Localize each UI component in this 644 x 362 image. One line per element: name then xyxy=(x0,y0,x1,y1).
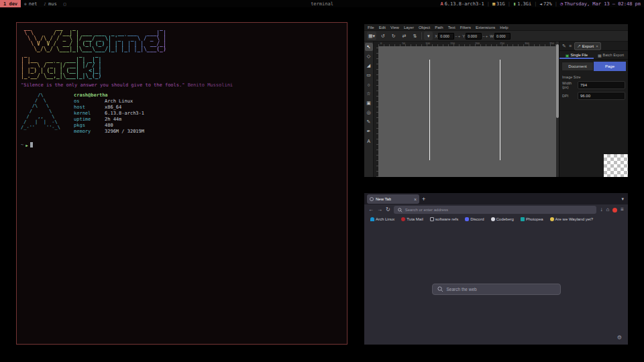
back-button[interactable]: ← xyxy=(368,207,374,213)
bookmark-are-we-wayland-yet[interactable]: Are we Wayland yet? xyxy=(550,217,593,221)
tab-single-file[interactable]: ▣ Single File xyxy=(559,51,594,59)
node-tool[interactable]: ◇ xyxy=(365,52,373,60)
vertical-ruler xyxy=(374,46,378,177)
status-modules: A 6.13.8-arch3-1 | ▦ 31G | ▮ 1.3Gi | ◄ 7… xyxy=(440,1,644,7)
workspace-net[interactable]: ⊕ net xyxy=(21,0,40,7)
rotate-cw-icon[interactable]: ↻ xyxy=(389,32,398,40)
x-plus-stepper[interactable]: + xyxy=(458,34,461,38)
menu-text[interactable]: Text xyxy=(448,25,455,29)
menu-help[interactable]: Help xyxy=(500,25,508,29)
width-field: W 0.000 xyxy=(490,33,511,40)
close-icon[interactable]: × xyxy=(596,44,598,48)
bookmark-folder-software-refs[interactable]: software refs xyxy=(430,217,458,221)
bookmark-codeberg[interactable]: Codeberg xyxy=(491,217,514,221)
y-input[interactable]: 0.000 xyxy=(466,33,482,40)
quote-line: "Silence is the only answer you should g… xyxy=(21,82,343,88)
fetch-key: memory xyxy=(74,129,105,135)
menu-path[interactable]: Path xyxy=(435,25,443,29)
dpi-input[interactable]: 96.00 xyxy=(578,92,625,100)
inkscape-menubar: File Edit View Layer Object Path Text Fi… xyxy=(364,24,628,30)
export-icon: ↗ xyxy=(577,44,581,49)
rectangle-tool[interactable]: ▭ xyxy=(365,71,373,79)
box3d-tool[interactable]: ▣ xyxy=(365,99,373,107)
home-icon[interactable]: ⌂ xyxy=(606,207,609,213)
ascii-banner-back: _ _ _ | |__ __ _ ___| | _| | | '_ \ / _`… xyxy=(21,52,166,79)
volume-icon: ◄ xyxy=(539,1,542,6)
scrollbar-thumb[interactable] xyxy=(556,44,559,118)
web-search-input[interactable]: Search the web xyxy=(432,284,561,295)
workspace-mus[interactable]: ♪ mus xyxy=(40,0,60,7)
y-minus-stepper[interactable]: − xyxy=(482,34,485,38)
selection-mode-dropdown[interactable]: ▦▾ xyxy=(367,32,376,40)
spiral-tool[interactable]: ◎ xyxy=(365,109,373,117)
ellipse-tool[interactable]: ○ xyxy=(365,80,373,88)
page-mode-button[interactable]: Page xyxy=(594,62,626,71)
url-bar[interactable]: Search or enter address xyxy=(394,206,597,214)
workspace-dev[interactable]: 1 dev xyxy=(0,0,21,7)
shape-builder-tool[interactable]: ◢ xyxy=(365,62,373,70)
menu-icon[interactable]: ≡ xyxy=(621,207,624,213)
menu-layer[interactable]: Layer xyxy=(404,25,414,29)
pencil-tool[interactable]: ✎ xyxy=(365,118,373,126)
window-icon: □ xyxy=(64,1,66,6)
tab-close-icon[interactable]: × xyxy=(414,197,417,202)
menu-object[interactable]: Object xyxy=(419,25,430,29)
wayland-favicon-icon xyxy=(550,217,554,221)
bookmark-label: Arch Linux xyxy=(376,217,394,221)
w-input[interactable]: 0.000 xyxy=(494,33,511,40)
menu-view[interactable]: View xyxy=(390,25,399,29)
selector-tool[interactable]: ↖ xyxy=(365,43,373,51)
rotate-ccw-icon[interactable]: ↺ xyxy=(378,32,387,40)
canvas-scrollbar[interactable] xyxy=(556,42,559,177)
downloads-icon[interactable]: ↓ xyxy=(600,207,602,213)
ruler-label: 0 xyxy=(380,42,382,45)
y-coordinate-field: Y 0.000 − + xyxy=(462,33,488,40)
star-tool[interactable]: ☆ xyxy=(365,90,373,98)
export-tab-label: Export xyxy=(582,44,594,48)
export-dialog-tab[interactable]: ↗ Export × xyxy=(574,42,601,50)
bookmark-tuta-mail[interactable]: Tuta Mail xyxy=(401,217,423,221)
extension-icon[interactable] xyxy=(612,208,617,213)
personalize-gear-icon[interactable]: ⚙ xyxy=(617,335,622,341)
workspace-4[interactable]: □ xyxy=(60,0,70,7)
terminal-window[interactable]: __ __ _ _ \ \ / /__| | ___ ___ _ __ ___ … xyxy=(16,22,347,345)
reload-button[interactable]: ↻ xyxy=(386,207,390,213)
quote-author: Benito Mussolini xyxy=(188,82,233,88)
y-plus-stepper[interactable]: + xyxy=(486,34,488,38)
list-all-tabs-icon[interactable]: ▾ xyxy=(621,196,625,202)
menu-file[interactable]: File xyxy=(368,25,374,29)
document-mode-button[interactable]: Document xyxy=(561,62,594,71)
flip-horizontal-icon[interactable]: ⇄ xyxy=(400,32,409,40)
inkscape-canvas[interactable] xyxy=(378,46,556,177)
photopea-favicon-icon xyxy=(521,217,525,221)
width-px-input[interactable]: 794 xyxy=(578,81,625,89)
x-input[interactable]: 0.000 xyxy=(438,33,454,40)
bookmark-photopea[interactable]: Photopea xyxy=(521,217,543,221)
tab-batch-export[interactable]: ▦ Batch Export xyxy=(594,51,628,59)
align-dropdown[interactable]: ▾ xyxy=(424,32,433,40)
new-tab-button[interactable]: + xyxy=(422,196,425,202)
menu-filters[interactable]: Filters xyxy=(460,25,471,29)
flip-vertical-icon[interactable]: ⇅ xyxy=(411,32,419,40)
bookmark-arch-linux[interactable]: Arch Linux xyxy=(370,217,394,221)
separator: | xyxy=(508,1,511,7)
shell-prompt[interactable]: ~ ▶ xyxy=(21,142,343,147)
pencil-dialog-icon[interactable]: ✎ xyxy=(562,44,566,49)
music-icon: ♪ xyxy=(44,1,46,6)
layers-dialog-icon[interactable]: ≡ xyxy=(569,44,572,48)
forward-button[interactable]: → xyxy=(377,207,382,213)
x-minus-stepper[interactable]: − xyxy=(455,34,458,38)
menu-extensions[interactable]: Extensions xyxy=(476,25,495,29)
toolbar-separator xyxy=(421,32,422,40)
calligraphy-tool[interactable]: ✒ xyxy=(365,127,373,135)
quote-text: "Silence is the only answer you should g… xyxy=(21,82,184,88)
menu-edit[interactable]: Edit xyxy=(379,25,386,29)
url-bar-placeholder: Search or enter address xyxy=(405,208,448,212)
tab-new-tab[interactable]: New Tab × xyxy=(367,194,419,204)
web-search-placeholder: Search the web xyxy=(447,287,477,292)
fetch-row-uptime: uptime2h 44m xyxy=(74,117,144,123)
bookmark-discord[interactable]: Discord xyxy=(465,217,484,221)
inkscape-toolbox: ↖ ◇ ◢ ▭ ○ ☆ ▣ ◎ ✎ ✒ A xyxy=(364,42,374,177)
text-tool[interactable]: A xyxy=(365,137,373,145)
fetch-row-pkgs: pkgs480 xyxy=(74,123,144,129)
